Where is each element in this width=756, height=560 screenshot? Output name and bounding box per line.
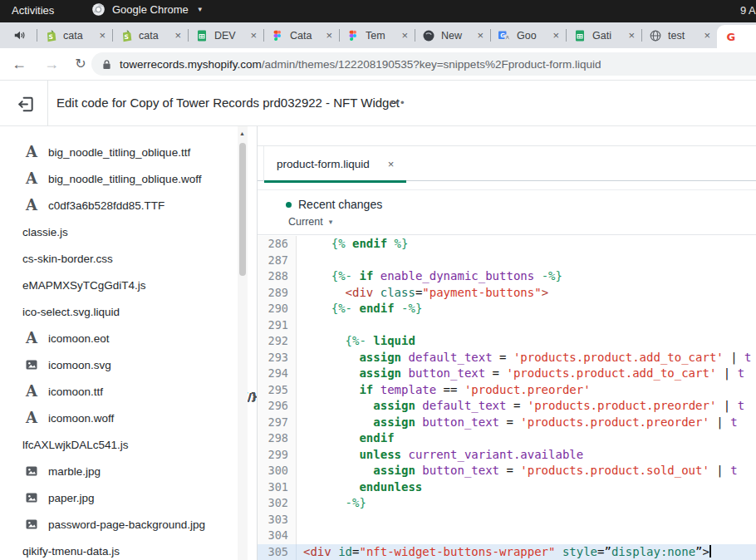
line-text[interactable] <box>297 317 756 334</box>
browser-tab-cata[interactable]: Scata× <box>37 22 112 48</box>
line-number: 286 <box>258 236 297 253</box>
more-options-button[interactable]: ••• <box>386 93 410 112</box>
file-item-big_noodle_titling_oblique.ttf[interactable]: Abig_noodle_titling_oblique.ttf <box>0 139 257 165</box>
line-number: 294 <box>258 366 297 382</box>
close-tab-icon[interactable]: × <box>97 30 107 41</box>
line-number: 289 <box>258 285 297 302</box>
line-text[interactable] <box>297 512 756 528</box>
browser-tab-Tem[interactable]: Tem× <box>339 22 415 48</box>
code-line-293[interactable]: 293 assign default_text = 'products.prod… <box>258 350 756 366</box>
browser-tab-Gati[interactable]: Gati× <box>566 22 641 48</box>
close-tab-icon[interactable]: × <box>475 30 485 41</box>
close-tab-icon[interactable]: × <box>173 30 183 41</box>
line-text[interactable]: assign default_text = 'products.product.… <box>297 350 756 366</box>
code-line-298[interactable]: 298 endif <box>258 430 756 447</box>
exit-code-editor-button[interactable] <box>13 91 38 116</box>
back-button[interactable]: ← <box>8 53 30 75</box>
forward-button[interactable]: → <box>41 53 62 75</box>
close-tab-icon[interactable]: × <box>324 30 334 41</box>
system-clock[interactable]: 9 A <box>740 4 756 17</box>
activities-button[interactable]: Activities <box>12 4 54 17</box>
line-text[interactable]: unless current_variant.available <box>297 447 756 464</box>
line-text[interactable]: assign button_text = 'products.product.p… <box>297 415 756 431</box>
code-line-300[interactable]: 300 assign button_text = 'products.produ… <box>258 463 756 479</box>
code-line-289[interactable]: 289 <div class="payment-buttons"> <box>258 285 756 302</box>
tab-label: New <box>441 30 475 42</box>
code-line-288[interactable]: 288 {%- if enable_dynamic_buttons -%} <box>258 268 756 285</box>
lock-icon[interactable] <box>102 59 111 70</box>
line-text[interactable]: {%- if enable_dynamic_buttons -%} <box>297 268 756 285</box>
version-dropdown[interactable]: Current ▾ <box>288 216 332 228</box>
line-text[interactable] <box>297 253 756 269</box>
file-item-c0df3a6b528fdd85.TTF[interactable]: Ac0df3a6b528fdd85.TTF <box>0 192 257 219</box>
line-text[interactable]: endunless <box>297 479 756 496</box>
editor-tab-bar: product-form.liquid × <box>258 145 756 181</box>
line-text[interactable]: <div id="nft-widget-buttons-wrapper" sty… <box>297 544 756 560</box>
line-text[interactable]: assign button_text = 'products.product.s… <box>297 463 756 479</box>
code-line-302[interactable]: 302 -%} <box>258 495 756 512</box>
reload-button[interactable]: ↻ <box>70 53 91 75</box>
line-number: 305 <box>258 544 297 560</box>
file-name: c0df3a6b528fdd85.TTF <box>48 199 164 212</box>
line-text[interactable]: assign button_text = 'products.product.a… <box>297 366 756 382</box>
line-text[interactable]: assign default_text = 'products.product.… <box>297 398 756 415</box>
file-item-big_noodle_titling_oblique.woff[interactable]: Abig_noodle_titling_oblique.woff <box>0 165 257 192</box>
code-line-305[interactable]: 305<div id="nft-widget-buttons-wrapper" … <box>258 544 756 560</box>
app-menu-button[interactable]: Google Chrome ▼ <box>91 2 204 17</box>
close-tab-icon[interactable]: × <box>400 30 410 41</box>
line-text[interactable]: <div class="payment-buttons"> <box>297 285 756 302</box>
file-item-qikify-tmenu-data.js[interactable]: {/}qikify-tmenu-data.js <box>0 538 257 560</box>
line-text[interactable]: endif <box>297 430 756 447</box>
sidebar-scrollbar[interactable]: ▲ <box>238 126 248 560</box>
scroll-up-arrow-icon[interactable]: ▲ <box>239 130 245 136</box>
code-line-299[interactable]: 299 unless current_variant.available <box>258 447 756 464</box>
code-line-304[interactable]: 304 <box>258 528 756 544</box>
line-text[interactable]: -%} <box>297 495 756 512</box>
line-text[interactable]: if template == 'product.preorder' <box>297 382 756 399</box>
shopify-favicon-icon: S <box>120 29 133 42</box>
browser-tab-cata[interactable]: Scata× <box>112 22 188 48</box>
browser-tab-New[interactable]: New× <box>415 22 490 48</box>
line-text[interactable] <box>297 528 756 544</box>
url-domain: towerrecords.myshopify.com <box>120 58 262 71</box>
close-tab-icon[interactable]: × <box>248 30 258 41</box>
browser-tab-active[interactable]: G <box>717 25 756 48</box>
browser-tab-DEV[interactable]: DEV× <box>188 22 263 48</box>
exit-icon <box>17 95 36 114</box>
scrollbar-thumb[interactable] <box>239 143 246 276</box>
code-editor-panel: product-form.liquid × Recent changes Cur… <box>258 126 756 560</box>
code-line-287[interactable]: 287 <box>258 253 756 269</box>
code-area[interactable]: 286 {% endif %}287288 {%- if enable_dyna… <box>258 236 756 560</box>
line-number: 292 <box>258 333 297 350</box>
code-line-303[interactable]: 303 <box>258 512 756 528</box>
line-text[interactable]: {%- liquid <box>297 333 756 350</box>
code-line-295[interactable]: 295 if template == 'product.preorder' <box>258 382 756 399</box>
code-line-290[interactable]: 290 {%- endif -%} <box>258 301 756 317</box>
browser-tab-Cata[interactable]: Cata× <box>263 22 339 48</box>
code-line-286[interactable]: 286 {% endif %} <box>258 236 756 253</box>
shopify-favicon-icon: S <box>44 29 57 42</box>
close-tab-icon[interactable]: × <box>626 30 636 41</box>
tab-label: Cata <box>290 30 324 42</box>
line-text[interactable]: {%- endif -%} <box>297 301 756 317</box>
code-line-301[interactable]: 301 endunless <box>258 479 756 496</box>
editor-tab-product-form[interactable]: product-form.liquid × <box>263 146 406 182</box>
code-line-291[interactable]: 291 <box>258 317 756 334</box>
close-tab-icon[interactable]: × <box>551 30 561 41</box>
figma-favicon-icon <box>271 29 284 42</box>
active-tab-underline <box>264 180 406 183</box>
tab-label: test <box>668 30 702 42</box>
line-text[interactable]: {% endif %} <box>297 236 756 253</box>
code-line-292[interactable]: 292 {%- liquid <box>258 333 756 350</box>
close-tab-icon[interactable]: × <box>388 158 395 170</box>
line-number: 301 <box>258 479 297 496</box>
screen: Activities Google Chrome ▼ 9 A Sc <box>0 0 756 560</box>
code-line-294[interactable]: 294 assign button_text = 'products.produ… <box>258 366 756 382</box>
chevron-down-icon: ▼ <box>197 6 204 13</box>
address-bar[interactable]: towerrecords.myshopify.com/admin/themes/… <box>91 52 756 76</box>
browser-tab-Goo[interactable]: GGoo× <box>490 22 566 48</box>
code-line-297[interactable]: 297 assign button_text = 'products.produ… <box>258 415 756 431</box>
code-line-296[interactable]: 296 assign default_text = 'products.prod… <box>258 398 756 415</box>
browser-tab-test[interactable]: test× <box>641 22 717 48</box>
close-tab-icon[interactable]: × <box>702 30 712 41</box>
